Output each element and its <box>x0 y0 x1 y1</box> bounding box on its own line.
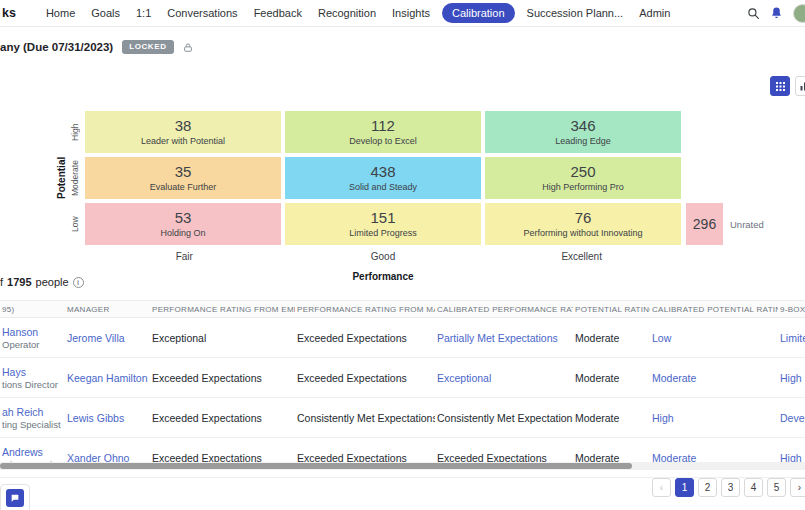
nine-box-cell-holding-on[interactable]: 53 Holding On <box>85 203 281 245</box>
nine-box-cell-performing-without-innovating[interactable]: 76 Performing without Innovating <box>485 203 681 245</box>
employee-title: ting Specialist <box>2 419 65 430</box>
col-manager: MANAGER <box>65 305 150 314</box>
calibrated-potential-cell[interactable]: Moderate <box>650 372 778 384</box>
nav-item-conversations[interactable]: Conversations <box>159 7 245 19</box>
calibrated-potential-cell[interactable]: High <box>650 412 778 424</box>
pagination-page-4[interactable]: 4 <box>744 478 763 497</box>
potential-rating-cell: Moderate <box>573 332 650 344</box>
table-row: Hays tions Director Keegan Hamilton Exce… <box>0 358 805 398</box>
nine-box-cell-high-performing-pro[interactable]: 250 High Performing Pro <box>485 157 681 199</box>
unrated-count: 296 <box>693 216 716 232</box>
logo-fragment[interactable]: ks <box>2 6 16 20</box>
lock-icon <box>183 42 193 53</box>
nine-box-grid: Potential High Moderate Low 38 Leader wi… <box>85 111 681 282</box>
table-row: ah Reich ting Specialist Lewis Gibbs Exc… <box>0 398 805 438</box>
pagination-page-1[interactable]: 1 <box>675 478 694 497</box>
nine-box-cell-leader-with-potential[interactable]: 38 Leader with Potential <box>85 111 281 153</box>
perf-rating-manager: Exceeded Expectations <box>295 372 435 384</box>
nine-box-position-cell[interactable]: High Pe <box>778 372 805 384</box>
col-nine-box-position: 9-BOX PO... <box>778 305 805 314</box>
cell-label: Limited Progress <box>349 228 417 238</box>
employee-name-link[interactable]: Andrews <box>2 446 65 458</box>
manager-link[interactable]: Keegan Hamilton <box>65 372 150 384</box>
calibrated-performance-cell[interactable]: Consistently Met Expectations <box>435 412 573 424</box>
perf-rating-employee: Exceeded Expectations <box>150 372 295 384</box>
nine-box-cell-develop-to-excel[interactable]: 112 Develop to Excel <box>285 111 481 153</box>
table-row: Hanson Operator Jerome Villa Exceptional… <box>0 318 805 358</box>
pagination-page-3[interactable]: 3 <box>721 478 740 497</box>
employee-title: tions Director <box>2 379 65 390</box>
cell-count: 438 <box>370 164 395 181</box>
nine-box-cells: 38 Leader with Potential 112 Develop to … <box>85 111 681 245</box>
people-count-suffix: people <box>36 276 69 288</box>
col-perf-from-manager: PERFORMANCE RATING FROM MANA... <box>295 305 435 314</box>
nav-item-succession-planning[interactable]: Succession Plann... <box>519 7 632 19</box>
manager-link[interactable]: Jerome Villa <box>65 332 150 344</box>
manager-link[interactable]: Lewis Gibbs <box>65 412 150 424</box>
cell-count: 346 <box>570 118 595 135</box>
cell-label: Holding On <box>160 228 205 238</box>
perf-rating-employee: Exceeded Expectations <box>150 412 295 424</box>
calibrated-performance-cell[interactable]: Exceptional <box>435 372 573 384</box>
nine-box-cell-solid-and-steady[interactable]: 438 Solid and Steady <box>285 157 481 199</box>
cell-label: Performing without Innovating <box>523 228 642 238</box>
nine-box-cell-evaluate-further[interactable]: 35 Evaluate Further <box>85 157 281 199</box>
nav-item-goals[interactable]: Goals <box>83 7 128 19</box>
cell-label: High Performing Pro <box>542 182 624 192</box>
col-calibrated-potential: CALIBRATED POTENTIAL RATING <box>650 305 778 314</box>
top-nav: ks Home Goals 1:1 Conversations Feedback… <box>0 0 805 27</box>
horizontal-scrollbar-track <box>0 462 805 470</box>
info-icon[interactable]: i <box>73 277 84 288</box>
cycle-header: any (Due 07/31/2023) LOCKED <box>0 40 193 54</box>
table-row: Andrews ation Securit... Xander Ohno Exc… <box>0 438 805 478</box>
cycle-title-fragment: any (Due 07/31/2023) <box>0 41 113 53</box>
col-employee: 95) <box>0 305 65 314</box>
chat-widget[interactable] <box>0 484 30 510</box>
nine-box-cell-limited-progress[interactable]: 151 Limited Progress <box>285 203 481 245</box>
perf-rating-manager: Exceeded Expectations <box>295 332 435 344</box>
search-icon[interactable] <box>747 7 760 20</box>
cell-label: Solid and Steady <box>349 182 417 192</box>
pagination-page-2[interactable]: 2 <box>698 478 717 497</box>
chart-view-icon[interactable] <box>795 76 805 96</box>
pagination-next-button[interactable]: › <box>790 478 805 497</box>
cell-count: 151 <box>370 210 395 227</box>
pagination: ‹ 1 2 3 4 5 › <box>652 478 805 497</box>
chat-icon[interactable] <box>6 489 24 507</box>
horizontal-scrollbar-thumb[interactable] <box>0 463 632 469</box>
cell-count: 35 <box>175 164 192 181</box>
col-label-good: Good <box>284 251 483 262</box>
employee-name-link[interactable]: Hanson <box>2 326 65 338</box>
nine-box-cell-leading-edge[interactable]: 346 Leading Edge <box>485 111 681 153</box>
avatar[interactable] <box>793 4 805 23</box>
employee-name-link[interactable]: ah Reich <box>2 406 65 418</box>
calibrated-performance-cell[interactable]: Partially Met Expectations <box>435 332 573 344</box>
nav-item-1on1[interactable]: 1:1 <box>128 7 159 19</box>
bell-icon[interactable] <box>770 6 783 20</box>
nav-item-feedback[interactable]: Feedback <box>246 7 310 19</box>
calibrated-potential-cell[interactable]: Low <box>650 332 778 344</box>
perf-rating-employee: Exceptional <box>150 332 295 344</box>
nav-item-home[interactable]: Home <box>38 7 83 19</box>
table-header: 95) MANAGER PERFORMANCE RATING FROM EMPL… <box>0 300 805 318</box>
col-label-excellent: Excellent <box>482 251 681 262</box>
performance-axis-labels: Fair Good Excellent <box>85 251 681 262</box>
nav-item-admin[interactable]: Admin <box>631 7 678 19</box>
nine-box-position-cell[interactable]: Develop <box>778 412 805 424</box>
employee-cell: ah Reich ting Specialist <box>0 406 65 430</box>
nav-item-calibration[interactable]: Calibration <box>442 3 515 23</box>
nine-box-position-cell[interactable]: Limited <box>778 332 805 344</box>
nav-item-insights[interactable]: Insights <box>384 7 438 19</box>
performance-axis-title: Performance <box>85 271 681 282</box>
pagination-page-5[interactable]: 5 <box>767 478 786 497</box>
col-label-fair: Fair <box>85 251 284 262</box>
unrated-cell[interactable]: 296 <box>686 203 723 245</box>
grid-view-icon[interactable] <box>770 76 790 96</box>
unrated-label: Unrated <box>730 203 764 245</box>
calibration-table: 95) MANAGER PERFORMANCE RATING FROM EMPL… <box>0 300 805 478</box>
nav-item-recognition[interactable]: Recognition <box>310 7 384 19</box>
employee-cell: Hays tions Director <box>0 366 65 390</box>
employee-name-link[interactable]: Hays <box>2 366 65 378</box>
pagination-prev-button[interactable]: ‹ <box>652 478 671 497</box>
people-count-prefix: f <box>0 276 3 288</box>
